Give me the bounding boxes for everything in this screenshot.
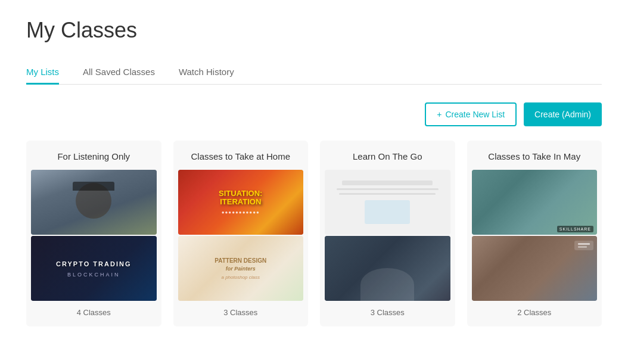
- create-new-list-label: Create New List: [445, 110, 505, 119]
- card-title: Classes to Take at Home: [173, 141, 309, 170]
- card-image-2: CRYPTO TRADING BLOCKCHAIN: [31, 236, 157, 301]
- card-title: Learn On The Go: [320, 141, 455, 170]
- card-image-2: PATTERN DESIGNfor Painters a photoshop c…: [178, 236, 304, 301]
- card-count: 3 Classes: [173, 301, 309, 326]
- card-image-1: [325, 170, 450, 235]
- tab-all-saved[interactable]: All Saved Classes: [83, 61, 155, 85]
- card-image-2: [472, 236, 598, 301]
- list-card-for-listening-only[interactable]: For Listening Only CRYPTO TRADING BLOCKC…: [26, 141, 161, 326]
- card-image-1: SKILLSHARE: [472, 170, 598, 235]
- card-count: 3 Classes: [320, 301, 455, 326]
- card-images: SKILLSHARE: [472, 170, 598, 301]
- tab-watch-history[interactable]: Watch History: [179, 61, 234, 85]
- create-new-list-button[interactable]: + Create New List: [425, 102, 517, 126]
- page-container: My Classes My Lists All Saved Classes Wa…: [0, 0, 628, 344]
- create-admin-button[interactable]: Create (Admin): [524, 102, 602, 126]
- card-images: SITUATION:ITERATION ●●●●●●●●●●● PATTERN …: [178, 170, 304, 301]
- card-image-1: SITUATION:ITERATION ●●●●●●●●●●●: [178, 170, 304, 235]
- card-title: Classes to Take In May: [467, 141, 602, 170]
- card-image-1: [31, 170, 157, 235]
- card-images: [325, 170, 450, 301]
- cards-grid: For Listening Only CRYPTO TRADING BLOCKC…: [26, 141, 602, 326]
- card-title: For Listening Only: [26, 141, 161, 170]
- page-title: My Classes: [26, 18, 602, 43]
- card-image-2: [325, 236, 450, 301]
- list-card-classes-at-home[interactable]: Classes to Take at Home SITUATION:ITERAT…: [173, 141, 309, 326]
- create-admin-label: Create (Admin): [534, 110, 591, 119]
- list-card-learn-on-go[interactable]: Learn On The Go 3 Classes: [320, 141, 455, 326]
- card-count: 4 Classes: [26, 301, 161, 326]
- toolbar: + Create New List Create (Admin): [26, 102, 602, 126]
- tab-my-lists[interactable]: My Lists: [26, 61, 59, 85]
- card-images: CRYPTO TRADING BLOCKCHAIN: [31, 170, 157, 301]
- plus-icon: +: [437, 110, 442, 119]
- tabs-bar: My Lists All Saved Classes Watch History: [26, 61, 602, 85]
- list-card-classes-in-may[interactable]: Classes to Take In May SKILLSHARE: [467, 141, 602, 326]
- card-count: 2 Classes: [467, 301, 602, 326]
